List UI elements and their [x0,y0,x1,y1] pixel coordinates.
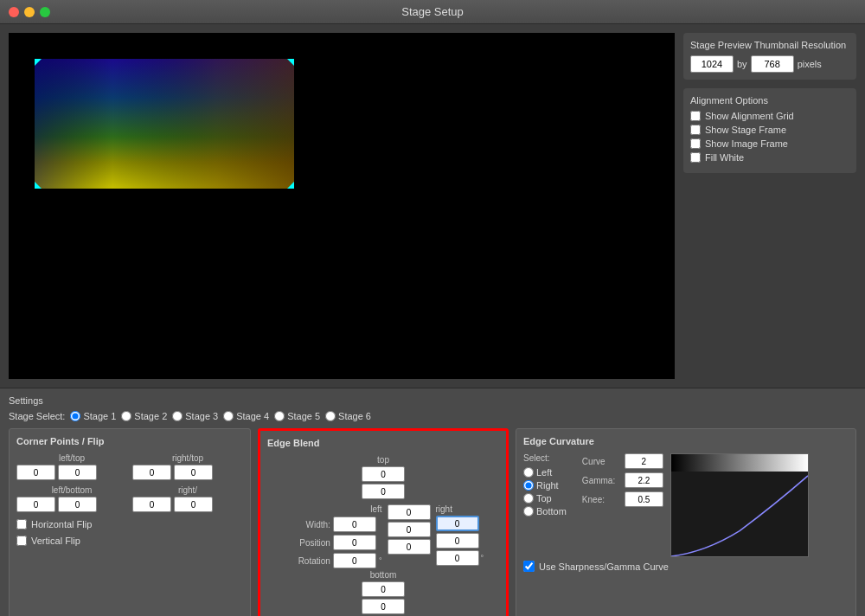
stage-6-radio[interactable] [325,411,336,421]
bottom-input-1[interactable] [362,581,405,597]
settings-title: Settings [9,395,856,406]
right-bottom-y-input[interactable] [174,497,213,512]
alignment-title: Alignment Options [690,95,849,106]
alignment-option-3: Fill White [690,152,849,163]
bottom-label: bottom [370,570,397,580]
alignment-checkbox-1[interactable] [690,125,701,135]
right-curve-label: Right [536,480,559,491]
curve-param-label: Curve [582,457,621,466]
center-input-2[interactable] [388,522,431,537]
stage-canvas [35,59,294,189]
left-position-input[interactable] [333,535,376,550]
stage-2-radio[interactable] [121,411,131,421]
alignment-checkbox-3[interactable] [690,152,701,163]
degree-marker-right: ° [481,554,484,562]
right-top-x-input[interactable] [132,465,171,480]
left-bottom-group: left/bottom [16,485,127,512]
right-top-y-input[interactable] [174,465,213,480]
v-flip-checkbox[interactable] [16,536,27,546]
left-bottom-y-input[interactable] [58,497,97,512]
h-flip-checkbox[interactable] [16,519,27,529]
left-top-x-input[interactable] [16,465,55,480]
bottom-input-2[interactable] [362,599,405,614]
alignment-checkbox-0[interactable] [690,111,701,121]
width-label: Width: [283,520,330,529]
stage-2-radio-item: Stage 2 [121,411,167,421]
thumbnail-height-input[interactable] [751,55,794,73]
right-bottom-group: right/ [132,485,243,512]
alignment-label-3: Fill White [705,152,744,163]
left-top-y-input[interactable] [58,465,97,480]
position-label: Position [283,538,330,548]
gamma-value-input[interactable] [625,472,663,488]
right-input-3[interactable] [436,550,479,566]
right-curve-radio[interactable] [523,480,534,491]
alignment-option-0: Show Alignment Grid [690,111,849,121]
curvature-left-radio: Left [523,467,567,478]
top-label: top [377,455,389,465]
right-input-1[interactable] [436,516,479,531]
knee-value-input[interactable] [625,491,663,507]
maximize-button[interactable] [40,7,50,17]
stage-2-label: Stage 2 [134,411,167,421]
top-curve-radio[interactable] [523,493,534,504]
stage-5-radio-item: Stage 5 [274,411,320,421]
thumbnail-width-input[interactable] [690,55,734,73]
minimize-button[interactable] [24,7,35,17]
h-flip-item: Horizontal Flip [16,519,243,529]
edge-curvature-title: Edge Curvature [523,436,849,446]
left-side: left Width: Position Rotation [283,504,382,568]
left-bottom-inputs [16,497,127,512]
by-text: by [737,59,747,69]
left-curve-radio[interactable] [523,467,534,478]
close-button[interactable] [9,7,19,17]
stage-3-label: Stage 3 [185,411,218,421]
alignment-checkbox-2[interactable] [690,138,701,149]
stage-6-radio-item: Stage 6 [325,411,371,421]
sharpness-checkbox[interactable] [523,561,535,572]
top-curve-label: Top [536,493,552,504]
bottom-curve-radio[interactable] [523,506,534,517]
top-input-2[interactable] [362,484,405,499]
stage-preview [9,33,675,379]
right-label: right [436,504,452,514]
left-curve-label: Left [536,467,552,478]
sharpness-row: Use Sharpness/Gamma Curve [523,561,849,572]
center-input-3[interactable] [388,539,431,555]
alignment-section: Alignment Options Show Alignment Grid Sh… [683,88,856,173]
center-col [388,504,431,555]
alignment-label-2: Show Image Frame [705,138,788,149]
top-input-1[interactable] [362,466,405,482]
stage-3-radio-item: Stage 3 [172,411,218,421]
panels-row: Corner Points / Flip left/top right/top [9,428,856,616]
left-bottom-x-input[interactable] [16,497,55,512]
right-bottom-x-input[interactable] [132,497,171,512]
main-content: Stage Preview Thumbnail Resolution by pi… [0,24,865,616]
curve-value-input[interactable] [625,453,663,469]
curvature-top-radio: Top [523,493,567,504]
stage-6-label: Stage 6 [338,411,371,421]
curve-svg [671,472,808,556]
thumbnail-section: Stage Preview Thumbnail Resolution by pi… [683,33,856,80]
left-width-input[interactable] [333,517,376,532]
titlebar: Stage Setup [0,0,865,24]
edge-curvature-panel: Edge Curvature Select: Left Right [516,428,856,616]
h-flip-label: Horizontal Flip [31,519,92,529]
center-input-1[interactable] [388,504,431,520]
svg-rect-0 [671,472,808,556]
curvature-content: Select: Left Right Top [523,453,849,557]
alignment-label-1: Show Stage Frame [705,125,786,135]
stage-3-radio[interactable] [172,411,183,421]
thumbnail-inputs: by pixels [690,55,849,73]
curve-display [670,453,809,557]
left-rotation-input[interactable] [333,553,376,568]
stage-5-radio[interactable] [274,411,285,421]
right-input-2[interactable] [436,533,479,549]
position-row: Position [283,535,382,550]
stage-4-radio[interactable] [223,411,234,421]
stage-1-radio[interactable] [70,411,80,421]
alignment-option-1: Show Stage Frame [690,125,849,135]
edge-blend-panel: Edge Blend top left Width: [258,428,509,616]
sharpness-label: Use Sharpness/Gamma Curve [539,561,669,572]
flip-section: Horizontal Flip Vertical Flip [16,519,243,549]
